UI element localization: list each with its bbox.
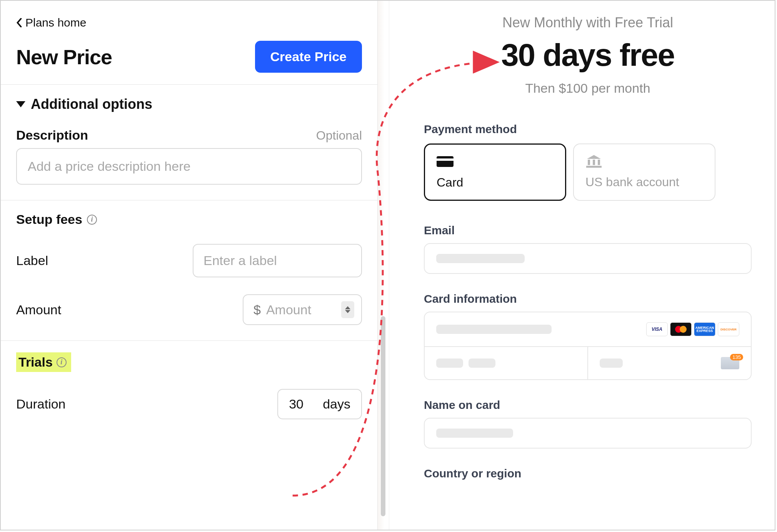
- duration-label: Duration: [16, 397, 66, 412]
- svg-rect-4: [598, 160, 600, 165]
- visa-icon: VISA: [646, 322, 668, 336]
- setup-fee-label-label: Label: [16, 253, 48, 268]
- info-icon[interactable]: i: [87, 215, 97, 225]
- cvc-icon: [721, 357, 739, 369]
- breadcrumb-label: Plans home: [25, 16, 86, 29]
- triangle-down-icon: [16, 101, 25, 107]
- amex-icon: AMERICANEXPRESS: [694, 322, 715, 336]
- page-title: New Price: [16, 45, 112, 69]
- setup-fee-amount-label: Amount: [16, 302, 61, 317]
- optional-tag: Optional: [316, 128, 362, 143]
- card-info-fields: VISA AMERICANEXPRESS DISCOVER: [424, 312, 752, 380]
- preview-headline: 30 days free: [424, 37, 752, 73]
- card-brand-badges: VISA AMERICANEXPRESS DISCOVER: [646, 322, 739, 336]
- svg-rect-3: [593, 160, 595, 165]
- caret-down-icon: [345, 310, 350, 313]
- mastercard-icon: [670, 322, 692, 336]
- payment-method-bank[interactable]: US bank account: [573, 143, 715, 201]
- email-label: Email: [424, 224, 752, 237]
- description-label: Description: [16, 128, 88, 143]
- panel-divider[interactable]: [378, 1, 389, 530]
- country-label: Country or region: [424, 467, 752, 480]
- amount-stepper[interactable]: [341, 301, 354, 318]
- setup-fee-amount-input[interactable]: [266, 302, 336, 317]
- payment-method-card[interactable]: Card: [424, 143, 566, 201]
- email-input[interactable]: [424, 243, 752, 274]
- breadcrumb-plans-home[interactable]: Plans home: [16, 16, 86, 29]
- duration-field[interactable]: days: [277, 389, 362, 419]
- name-on-card-label: Name on card: [424, 399, 752, 412]
- create-price-button[interactable]: Create Price: [255, 41, 362, 73]
- setup-fees-heading: Setup fees: [16, 212, 82, 227]
- trials-heading-highlight: Trials i: [16, 352, 71, 372]
- card-icon: [437, 155, 554, 168]
- name-on-card-input[interactable]: [424, 418, 752, 449]
- svg-rect-5: [586, 166, 602, 168]
- preview-subtext: Then $100 per month: [424, 81, 752, 96]
- svg-rect-1: [437, 158, 454, 161]
- setup-fee-amount-field[interactable]: $: [243, 294, 362, 325]
- svg-rect-2: [588, 160, 590, 165]
- card-expiry-input[interactable]: [425, 347, 588, 379]
- accordion-label: Additional options: [31, 96, 152, 112]
- duration-input[interactable]: [289, 397, 312, 412]
- svg-rect-0: [437, 156, 454, 167]
- setup-fee-label-input[interactable]: [193, 244, 362, 277]
- caret-up-icon: [345, 306, 350, 309]
- card-info-label: Card information: [424, 292, 752, 305]
- dollar-icon: $: [253, 302, 261, 317]
- preview-plan-name: New Monthly with Free Trial: [424, 15, 752, 31]
- trials-heading: Trials: [18, 355, 53, 370]
- chevron-left-icon: [16, 18, 22, 27]
- payment-method-card-label: Card: [437, 175, 554, 190]
- additional-options-toggle[interactable]: Additional options: [16, 96, 362, 112]
- card-cvc-input[interactable]: [588, 347, 751, 379]
- duration-unit: days: [323, 397, 350, 412]
- payment-method-label: Payment method: [424, 123, 752, 136]
- checkout-preview-panel: New Monthly with Free Trial 30 days free…: [389, 1, 775, 530]
- left-config-panel: Plans home New Price Create Price Additi…: [1, 1, 378, 530]
- card-number-input[interactable]: VISA AMERICANEXPRESS DISCOVER: [425, 312, 751, 347]
- bank-icon: [585, 154, 703, 168]
- discover-icon: DISCOVER: [718, 322, 739, 336]
- payment-method-bank-label: US bank account: [585, 175, 703, 189]
- description-input[interactable]: [16, 148, 362, 185]
- info-icon[interactable]: i: [57, 357, 67, 367]
